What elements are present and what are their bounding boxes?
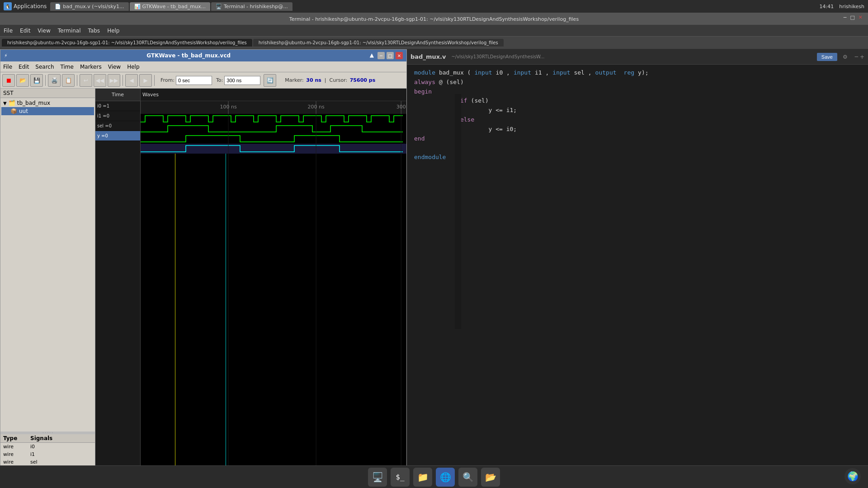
waves-inner: Time i0 =1 i1 =0 sel =0 y =0: [95, 89, 406, 488]
tb-fwd-btn[interactable]: ▶: [139, 74, 152, 87]
main-content: ⚡ GTKWave - tb_bad_mux.vcd ▲ ─ □ ✕ File …: [0, 49, 868, 488]
tb-sep-4: [154, 75, 155, 86]
signal-i1: i1: [30, 451, 92, 457]
tb-back-btn[interactable]: ◀: [125, 74, 138, 87]
signal-row-i1[interactable]: i1 =0: [95, 111, 140, 121]
sys-tab-gtkwave[interactable]: 📊 GTKWave - tb_bad_mux...: [130, 2, 211, 11]
sst-expand-icon: ▼: [3, 101, 7, 106]
code-line-4: if (sel): [414, 96, 861, 106]
menu-tabs[interactable]: Tabs: [88, 28, 100, 34]
signals-name-panel: Time i0 =1 i1 =0 sel =0 y =0: [95, 89, 141, 488]
sys-tab-terminal[interactable]: 🖥️ Terminal - hrishikeshp@...: [211, 2, 292, 11]
kw-input-3: input: [552, 68, 570, 78]
taskbar-browser-icon[interactable]: 🌐: [436, 468, 455, 487]
tb-copy-btn[interactable]: 📋: [62, 74, 75, 87]
tb-refresh-btn[interactable]: 🔄: [264, 74, 276, 87]
kw-reg: reg: [624, 68, 634, 78]
signal-row-y[interactable]: y =0: [95, 131, 140, 141]
code-line-blank: [414, 143, 861, 153]
gw-menu-markers[interactable]: Markers: [80, 64, 102, 70]
gw-menu-view[interactable]: View: [108, 64, 121, 70]
signal-sel: sel: [30, 459, 92, 465]
code-save-btn[interactable]: Save: [817, 53, 837, 61]
tb-next-btn[interactable]: ▶▶: [108, 74, 120, 87]
type-signals-row-sel[interactable]: wire sel: [0, 458, 95, 466]
gw-menu-file[interactable]: File: [3, 64, 12, 70]
type-signals-row-i1[interactable]: wire i1: [0, 450, 95, 458]
gw-menu-edit[interactable]: Edit: [19, 64, 29, 70]
code-minimize-btn[interactable]: ─: [855, 54, 858, 60]
to-input[interactable]: [224, 76, 260, 85]
gtkwave-maximize-btn[interactable]: □: [387, 52, 394, 59]
code-line-8: end: [414, 134, 861, 144]
tb-save-btn[interactable]: 💾: [30, 74, 43, 87]
svg-text:300: 300: [396, 104, 406, 110]
from-input[interactable]: [176, 76, 212, 85]
applications-label[interactable]: Applications: [14, 3, 47, 9]
code-body: module bad_mux ( input i0 , input i1 , i…: [407, 65, 868, 476]
terminal-tab-1[interactable]: hrishikeshp@ubuntu-m-2vcpu-16gb-sgp1-01:…: [2, 39, 252, 47]
system-time: 14:41: [820, 4, 834, 9]
type-header: Type: [3, 435, 30, 441]
type-signals-row-i0[interactable]: wire i0: [0, 443, 95, 450]
waves-container: Time i0 =1 i1 =0 sel =0 y =0: [95, 89, 406, 488]
gw-menu-time[interactable]: Time: [61, 64, 74, 70]
code-maximize-btn[interactable]: +: [860, 54, 864, 60]
system-bar-left: 🐧 Applications: [4, 2, 47, 10]
sst-item-uut[interactable]: 📦 uut: [1, 107, 94, 115]
gtkwave-minimize-btn[interactable]: ─: [377, 52, 385, 59]
tb-print-btn[interactable]: 🖨️: [48, 74, 61, 87]
taskbar: 🖥️ $_ 📁 🌐 🔍 📂 🌍: [0, 465, 868, 488]
signal-row-sel[interactable]: sel =0: [95, 121, 140, 131]
code-gear-icon[interactable]: ⚙️: [843, 54, 848, 60]
terminal-minimize[interactable]: ─: [844, 14, 847, 20]
sst-tree[interactable]: ▼ 🗂️ tb_bad_mux 📦 uut: [0, 98, 95, 432]
tb-open-btn[interactable]: 📂: [16, 74, 29, 87]
menu-help[interactable]: Help: [107, 28, 119, 34]
app-icon: 🐧: [4, 2, 12, 10]
kw-module: module: [414, 68, 435, 78]
menu-file[interactable]: File: [4, 28, 13, 34]
taskbar-folder-icon[interactable]: 📂: [481, 468, 500, 487]
taskbar-search-icon[interactable]: 🔍: [458, 468, 477, 487]
terminal-tab-2[interactable]: hrishikeshp@ubuntu-m-2vcpu-16gb-sgp1-01:…: [253, 39, 504, 47]
marker-info: Marker: 30 ns | Cursor: 75600 ps: [285, 77, 375, 83]
taskbar-terminal-icon[interactable]: 🖥️: [368, 468, 387, 487]
gw-menu-help[interactable]: Help: [127, 64, 139, 70]
gtkwave-titlebar: ⚡ GTKWave - tb_bad_mux.vcd ▲ ─ □ ✕: [0, 50, 406, 61]
gw-menu-search[interactable]: Search: [35, 64, 54, 70]
menu-view[interactable]: View: [38, 28, 50, 34]
sst-item-tb[interactable]: ▼ 🗂️ tb_bad_mux: [1, 99, 94, 107]
code-line-6: else: [414, 115, 861, 125]
code-line-2: always @ (sel): [414, 78, 861, 87]
terminal-close[interactable]: ✕: [859, 14, 863, 20]
code-line-7: y <= i0;: [414, 125, 861, 134]
code-line-5: y <= i1;: [414, 106, 861, 115]
taskbar-shell-icon[interactable]: $_: [391, 468, 410, 487]
kw-always: always: [414, 78, 435, 87]
taskbar-files-icon[interactable]: 📁: [413, 468, 432, 487]
menu-terminal[interactable]: Terminal: [58, 28, 81, 34]
tb-undo-btn[interactable]: ↩: [80, 74, 92, 87]
gtkwave-close-btn[interactable]: ✕: [396, 52, 403, 59]
sys-tab-file-label: bad_mux.v (~vlsi/sky1...: [63, 4, 124, 9]
menu-edit[interactable]: Edit: [20, 28, 30, 34]
terminal-title: Terminal - hrishikeshp@ubuntu-m-2vcpu-16…: [289, 16, 579, 22]
tb-prev-btn[interactable]: ◀◀: [94, 74, 106, 87]
tb-stop-btn[interactable]: ⏹: [2, 74, 15, 87]
system-bar: 🐧 Applications 📄 bad_mux.v (~vlsi/sky1..…: [0, 0, 868, 13]
signal-row-i0[interactable]: i0 =1: [95, 101, 140, 111]
signals-time-header: Time: [95, 89, 140, 101]
waves-canvas[interactable]: 100 ns 200 ns 300: [141, 101, 406, 482]
sst-header: SST: [0, 89, 95, 98]
sst-uut-icon: 📦: [10, 108, 17, 114]
from-label: From:: [160, 77, 175, 83]
gtkwave-title: GTKWave - tb_bad_mux.vcd: [146, 52, 231, 59]
terminal-maximize[interactable]: □: [850, 14, 854, 20]
earth-globe-indicator: 🌍: [844, 468, 861, 484]
gtkwave-up-btn[interactable]: ▲: [370, 52, 374, 59]
term-tab-2-label: hrishikeshp@ubuntu-m-2vcpu-16gb-sgp1-01:…: [259, 40, 498, 45]
kw-if: if: [460, 96, 467, 106]
type-signals-header: Type Signals: [0, 434, 95, 443]
sys-tab-file[interactable]: 📄 bad_mux.v (~vlsi/sky1...: [50, 2, 128, 11]
